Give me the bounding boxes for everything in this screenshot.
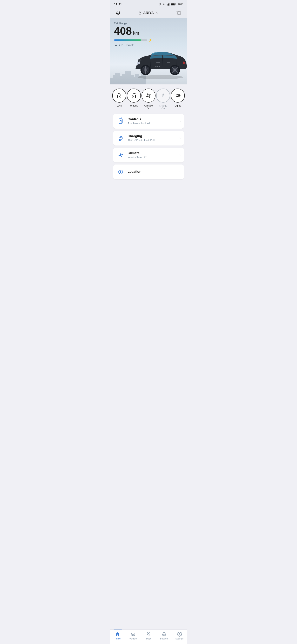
controls-card[interactable]: Controls Just Now • Locked › — [113, 114, 184, 128]
car-svg: ARIYA — [132, 43, 187, 80]
svg-point-65 — [119, 122, 120, 123]
remote-icon — [117, 118, 124, 125]
history-button[interactable] — [175, 10, 183, 16]
navigation-icon — [117, 168, 124, 176]
controls-subtitle: Just Now • Locked — [128, 122, 177, 125]
range-value: 408 — [114, 26, 132, 36]
range-unit: km — [133, 30, 139, 36]
lights-circle — [171, 88, 185, 102]
svg-rect-3 — [169, 4, 169, 6]
unlock-label: Unlock — [130, 104, 138, 107]
lock-icon — [116, 92, 122, 99]
svg-rect-2 — [168, 4, 168, 6]
climate-card-icon — [117, 151, 125, 159]
svg-rect-28 — [156, 62, 160, 63]
controls-title: Controls — [128, 118, 177, 121]
location-card[interactable]: Location › — [113, 164, 184, 179]
controls-icon — [117, 117, 125, 125]
hero-info: Est. Range 408 km ⚡ 21° • Toronto — [114, 22, 152, 47]
charge-icon — [160, 92, 166, 99]
location-chevron: › — [179, 170, 180, 174]
battery-percentage: 76% — [178, 3, 183, 6]
svg-line-58 — [179, 96, 180, 97]
cards-section: Controls Just Now • Locked › Charging 99… — [110, 112, 187, 181]
lightning-icon: ⚡ — [148, 38, 152, 42]
charging-content: Charging 99% • 55 min Until Full — [128, 134, 177, 142]
location-status-icon — [158, 3, 161, 6]
status-icons: 76% — [158, 3, 183, 6]
svg-line-56 — [179, 94, 180, 94]
svg-rect-6 — [176, 4, 176, 5]
lights-label: Lights — [175, 104, 181, 107]
svg-rect-17 — [122, 74, 126, 84]
climate-card[interactable]: Climate Interior Temp 7° › — [113, 148, 184, 162]
svg-rect-61 — [119, 119, 122, 124]
svg-rect-1 — [167, 5, 167, 6]
svg-point-44 — [138, 59, 141, 61]
hero-section: Est. Range 408 km ⚡ 21° • Toronto — [110, 18, 187, 84]
charging-plug-icon — [117, 134, 124, 142]
lock-label: Lock — [117, 104, 122, 107]
lock-circle — [112, 88, 126, 102]
headset-icon — [115, 10, 121, 16]
svg-point-24 — [138, 75, 183, 79]
location-card-icon — [117, 168, 125, 176]
charging-card[interactable]: Charging 99% • 55 min Until Full › — [113, 131, 184, 146]
charging-chevron: › — [179, 136, 180, 140]
unlock-action[interactable]: Unlock — [127, 88, 141, 107]
range-bar — [114, 40, 147, 41]
quick-actions: Lock Unlock ClimateOn — [110, 84, 187, 112]
history-icon — [176, 10, 182, 16]
charging-subtitle: 99% • 55 min Until Full — [128, 139, 177, 142]
climate-chevron: › — [179, 153, 180, 157]
range-bar-fill — [114, 40, 141, 41]
battery-status-icon — [171, 3, 176, 6]
svg-rect-4 — [169, 3, 170, 6]
weather-info: 21° • Toronto — [114, 44, 152, 47]
svg-rect-11 — [139, 13, 141, 14]
svg-point-70 — [120, 154, 121, 156]
range-bar-container: ⚡ — [114, 38, 152, 42]
climate-action[interactable]: ClimateOn — [141, 88, 156, 110]
svg-rect-10 — [119, 13, 120, 14]
fan-icon — [145, 92, 152, 99]
climate-subtitle: Interior Temp 7° — [128, 156, 177, 159]
lock-action[interactable]: Lock — [112, 88, 126, 107]
climate-circle — [141, 88, 156, 102]
support-button[interactable] — [114, 10, 122, 16]
vehicle-name: ARIYA — [143, 11, 154, 15]
weather-text: 21° • Toronto — [119, 44, 134, 47]
charge-label: ChargeOn — [159, 104, 167, 110]
charge-circle — [156, 88, 170, 102]
svg-rect-18 — [125, 71, 131, 84]
status-bar: 11:31 76% — [110, 0, 187, 8]
vehicle-selector[interactable]: ARIYA — [138, 11, 159, 15]
svg-point-64 — [121, 122, 122, 122]
svg-point-66 — [121, 122, 122, 123]
charge-action[interactable]: ChargeOn — [156, 88, 170, 110]
climate-card-title: Climate — [128, 151, 177, 155]
climate-content: Climate Interior Temp 7° — [128, 151, 177, 159]
svg-text:ARIYA: ARIYA — [155, 66, 160, 67]
svg-point-8 — [117, 11, 120, 14]
svg-point-63 — [119, 122, 120, 122]
svg-rect-7 — [171, 4, 175, 5]
status-time: 11:31 — [114, 2, 122, 6]
cloud-icon — [114, 44, 118, 47]
svg-point-55 — [176, 94, 178, 96]
location-title: Location — [128, 170, 177, 174]
est-range-label: Est. Range — [114, 22, 152, 25]
location-content: Location — [128, 170, 177, 174]
car-image: ARIYA — [132, 43, 187, 80]
fan-card-icon — [117, 151, 124, 159]
svg-point-52 — [148, 95, 149, 96]
lock-header-icon — [138, 11, 141, 15]
lights-action[interactable]: Lights — [171, 88, 185, 107]
bottom-spacer — [110, 181, 187, 202]
charging-icon — [117, 134, 125, 142]
svg-rect-15 — [115, 73, 120, 84]
signal-status-icon — [167, 3, 170, 6]
chevron-down-icon — [156, 11, 159, 15]
svg-point-50 — [133, 96, 134, 97]
unlock-icon — [131, 92, 137, 99]
